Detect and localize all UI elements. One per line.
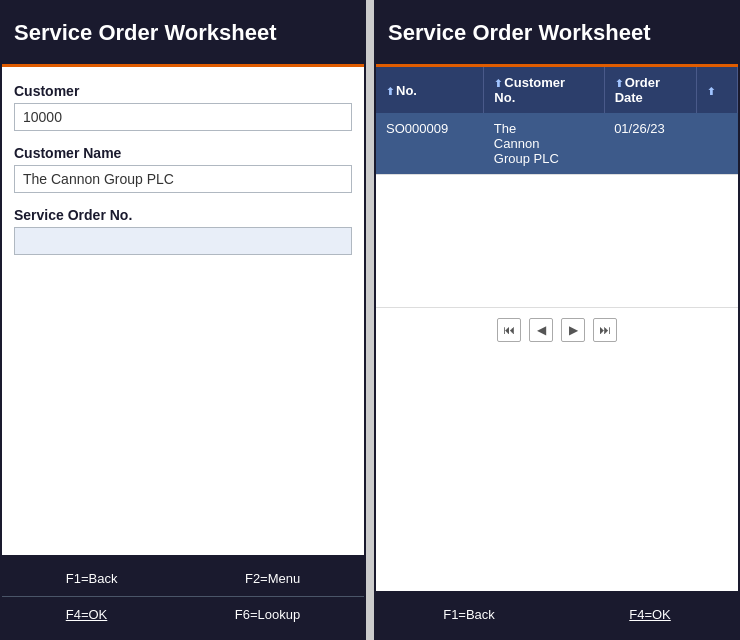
left-footer-row2: F4=OK F6=Lookup: [2, 601, 364, 628]
f4-ok-button[interactable]: F4=OK: [56, 605, 118, 624]
col-no[interactable]: ⬆No.: [376, 67, 484, 113]
sort-arrow-extra: ⬆: [707, 86, 715, 97]
left-footer-row1: F1=Back F2=Menu: [2, 565, 364, 592]
sort-arrow-date: ⬆: [615, 78, 623, 89]
f2-menu-button[interactable]: F2=Menu: [235, 569, 310, 588]
prev-page-button[interactable]: ◀: [529, 318, 553, 342]
last-page-button[interactable]: ⏭: [593, 318, 617, 342]
right-spacer: [376, 352, 738, 592]
cell-customer-no: TheCannonGroup PLC: [484, 113, 604, 175]
table-header-row: ⬆No. ⬆CustomerNo. ⬆OrderDate ⬆: [376, 67, 738, 113]
f6-lookup-button[interactable]: F6=Lookup: [225, 605, 310, 624]
right-f4-ok-button[interactable]: F4=OK: [619, 605, 681, 624]
orders-table: ⬆No. ⬆CustomerNo. ⬆OrderDate ⬆ SO000009: [376, 67, 738, 175]
orders-table-container: ⬆No. ⬆CustomerNo. ⬆OrderDate ⬆ SO000009: [376, 67, 738, 307]
table-row[interactable]: SO000009 TheCannonGroup PLC 01/26/23: [376, 113, 738, 175]
customer-name-input[interactable]: [14, 165, 352, 193]
left-panel: Service Order Worksheet Customer Custome…: [0, 0, 366, 640]
customer-row: Customer: [14, 83, 352, 131]
customer-input[interactable]: [14, 103, 352, 131]
cell-no: SO000009: [376, 113, 484, 175]
right-panel-header: Service Order Worksheet: [376, 2, 738, 67]
right-panel-title: Service Order Worksheet: [388, 20, 651, 46]
f1-back-button[interactable]: F1=Back: [56, 569, 128, 588]
col-customer-no[interactable]: ⬆CustomerNo.: [484, 67, 604, 113]
sort-arrow-no: ⬆: [386, 86, 394, 97]
pagination-controls: ⏮ ◀ ▶ ⏭: [376, 307, 738, 352]
right-panel: Service Order Worksheet ⬆No. ⬆CustomerNo…: [374, 0, 740, 640]
next-page-button[interactable]: ▶: [561, 318, 585, 342]
sort-arrow-customer: ⬆: [494, 78, 502, 89]
service-order-no-row: Service Order No.: [14, 207, 352, 255]
service-order-no-label: Service Order No.: [14, 207, 352, 223]
customer-name-row: Customer Name: [14, 145, 352, 193]
customer-label: Customer: [14, 83, 352, 99]
cell-order-date: 01/26/23: [604, 113, 697, 175]
customer-name-label: Customer Name: [14, 145, 352, 161]
right-footer: F1=Back F4=OK: [376, 591, 738, 638]
cell-extra: [697, 113, 738, 175]
col-order-date[interactable]: ⬆OrderDate: [604, 67, 697, 113]
first-page-button[interactable]: ⏮: [497, 318, 521, 342]
col-extra: ⬆: [697, 67, 738, 113]
left-form-area: Customer Customer Name Service Order No.: [2, 67, 364, 555]
service-order-no-input[interactable]: [14, 227, 352, 255]
right-f1-back-button[interactable]: F1=Back: [433, 605, 505, 624]
left-panel-header: Service Order Worksheet: [2, 2, 364, 67]
left-footer: F1=Back F2=Menu F4=OK F6=Lookup: [2, 555, 364, 638]
left-panel-title: Service Order Worksheet: [14, 20, 277, 46]
